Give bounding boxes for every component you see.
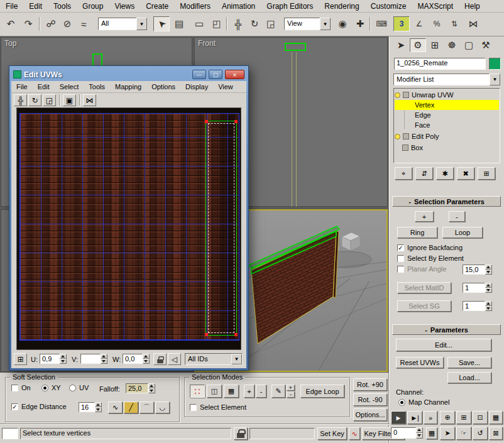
xy-radio[interactable] [41,385,48,391]
minimize-button[interactable]: — [192,70,206,79]
spinner-down-icon[interactable] [95,407,102,412]
uvw-menu-item[interactable]: Options [146,82,180,92]
falloff-spinner[interactable]: 25,0 [126,383,155,393]
sg-value[interactable]: 1 [463,301,485,311]
v-value[interactable] [80,354,101,364]
paint-shrink-button[interactable]: - [287,391,295,398]
menu-item[interactable]: Tools [48,0,77,13]
stack-item-box[interactable]: Box [395,143,499,153]
parameters-rollout[interactable]: - Parameters [392,324,501,335]
edit-uvws-button[interactable]: Edit... [396,339,491,351]
u-spinner[interactable]: 0,9 [40,354,67,364]
mirror-icon[interactable]: ⋈ [465,16,481,31]
select-and-manipulate-icon[interactable]: ✚ [352,16,368,31]
spinner-down-icon[interactable] [485,270,492,275]
key-curve-icon[interactable]: ∿ [349,427,360,440]
menu-item[interactable]: Create [140,0,174,13]
matid-spinner[interactable]: 1 [463,283,492,293]
edge-distance-checkbox[interactable] [11,403,18,410]
edge-mode-icon[interactable]: ◫ [207,385,222,398]
w-spinner[interactable]: 0,0 [123,354,150,364]
uv-selection-rect[interactable] [205,121,237,336]
planar-angle-spinner[interactable]: 15,0 [463,265,492,275]
spinner-up-icon[interactable] [416,427,423,433]
mini-listener-field[interactable] [2,428,18,439]
tab-motion-icon[interactable]: ☸ [444,38,460,52]
spinner-down-icon[interactable] [101,359,107,364]
make-unique-button[interactable]: ✱ [436,167,454,180]
select-sg-button[interactable]: Select SG [397,300,451,312]
select-and-move-icon[interactable]: ╬ [230,16,246,31]
play-animation-button[interactable]: ► [391,411,406,424]
spinner-up-icon[interactable] [101,354,107,359]
uv-rotate-icon[interactable]: ↻ [28,94,41,106]
rotate-minus-90-button[interactable]: Rot. -90 [353,393,387,406]
modifier-stack[interactable]: Unwrap UVW Vertex Edge Face Edit Poly Bo… [393,88,500,163]
lock-selected-vertices-icon[interactable] [153,353,167,365]
undo-icon[interactable]: ↶ [3,16,19,31]
zoom-extents-icon[interactable]: ⊡ [473,411,488,424]
object-color-swatch[interactable] [489,58,501,70]
selection-parameters-rollout[interactable]: - Selection Parameters [392,196,501,207]
snap-toggle-icon[interactable]: 3 [393,16,410,31]
ring-button[interactable]: Ring [397,227,437,238]
current-frame-value[interactable]: 0 [391,427,416,439]
select-and-link-icon[interactable]: ☍ [43,16,59,31]
rotate-plus-90-button[interactable]: Rot. +90 [353,378,387,391]
menu-item[interactable]: MAXScript [412,0,459,13]
shrink-uv-selection-button[interactable]: - [256,385,266,398]
menu-item[interactable]: Views [109,0,140,13]
uv-radio[interactable] [69,385,76,391]
vertex-mode-icon[interactable]: ∷ [190,385,205,398]
selected-vertex[interactable] [234,333,238,336]
falloff-curve-slow-button[interactable]: ⌒ [140,402,154,413]
select-by-name-icon[interactable]: ▤ [171,16,187,31]
bulb-icon[interactable] [395,134,400,139]
tab-create-icon[interactable]: ➤ [393,38,409,52]
selection-filter-combo[interactable]: All ▼ [98,18,147,30]
falloff-curve-linear-button[interactable]: ╱ [124,402,138,413]
configure-modifier-sets-button[interactable]: ⊞ [478,167,495,180]
map-id-combo[interactable]: All IDs ▼ [185,353,243,365]
selected-vertex[interactable] [205,333,208,336]
stack-subitem-face[interactable]: Face [395,120,499,130]
sg-spinner[interactable]: 1 [463,301,492,311]
zoom-region-icon[interactable]: ▦ [489,411,503,424]
select-matid-button[interactable]: Select MatID [397,282,451,293]
select-by-element-checkbox[interactable] [397,255,404,262]
menu-item[interactable]: Customize [365,0,412,13]
unlink-selection-icon[interactable]: ⊘ [59,16,75,31]
close-button[interactable]: × [225,70,244,79]
chevron-down-icon[interactable]: ▼ [136,18,147,30]
edge-distance-spinner[interactable]: 16 [79,402,102,412]
tab-modify-icon[interactable]: ⚙ [410,38,426,52]
chevron-down-icon[interactable]: ▼ [490,74,500,85]
object-name-field[interactable]: 1_0256_Remate [394,58,486,70]
reset-uvws-button[interactable]: Reset UVWs [396,357,444,368]
uvw-menu-item[interactable]: Mapping [110,82,146,92]
current-frame-spinner[interactable]: 0 [391,427,423,439]
edit-uvws-window[interactable]: Edit UVWs — ▢ × FileEditSelectToolsMappi… [9,65,249,371]
remove-modifier-button[interactable]: ✖ [457,167,474,180]
spinner-down-icon[interactable] [416,433,423,439]
spinner-up-icon[interactable] [148,383,155,388]
maximize-button[interactable]: ▢ [209,70,222,79]
save-uvws-button[interactable]: Save... [447,357,491,368]
select-and-scale-icon[interactable]: ◲ [263,16,279,31]
menu-item[interactable]: Rendering [319,0,364,13]
spinner-snap-icon[interactable]: ⇅ [446,16,463,31]
spinner-up-icon[interactable] [95,402,102,407]
edge-loop-button[interactable]: Edge Loop [300,385,344,398]
menu-item[interactable]: File [0,0,23,13]
options-button[interactable]: Options... [353,408,387,421]
paste-weld-icon[interactable]: ◁ [168,353,181,365]
pin-stack-button[interactable]: ⌖ [395,167,412,180]
time-configure-icon[interactable]: ▦ [426,427,437,439]
selected-vertex[interactable] [205,120,208,123]
spinner-down-icon[interactable] [148,388,155,393]
spinner-up-icon[interactable] [143,354,150,359]
spinner-down-icon[interactable] [143,359,150,364]
title-bar[interactable]: Edit UVWs — ▢ × [11,68,246,81]
uv-scale-icon[interactable]: ◲ [43,94,56,106]
u-value[interactable]: 0,9 [40,354,60,364]
